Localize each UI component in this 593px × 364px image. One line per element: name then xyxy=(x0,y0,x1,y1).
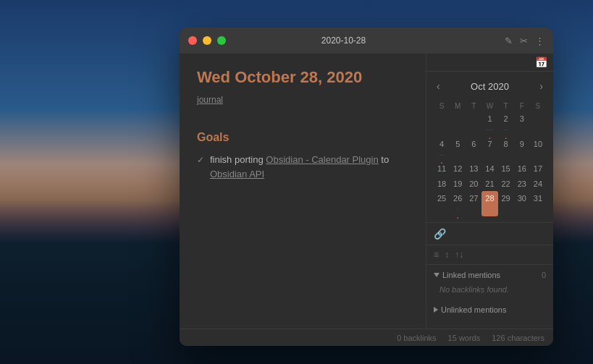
linked-mentions-header[interactable]: Linked mentions 0 xyxy=(434,271,546,279)
day-header-m: M xyxy=(450,101,466,111)
cal-day-21[interactable]: 21 xyxy=(481,177,497,191)
expand-icon xyxy=(434,307,438,313)
calendar-week-3: 11 12 13 14 15 16 17 xyxy=(434,161,546,176)
backlinks-count: 0 xyxy=(542,271,546,279)
calendar-grid: S M T W T F S 1···· 2·· xyxy=(434,101,546,216)
cal-day-7[interactable]: 7 xyxy=(481,137,497,162)
cal-day-6[interactable]: 6 xyxy=(466,137,481,162)
cal-day-24[interactable]: 24 xyxy=(530,177,546,191)
cal-day-28-today[interactable]: 28 xyxy=(481,191,497,216)
right-top-bar: 📅 xyxy=(426,54,553,72)
cal-day-18[interactable]: 18 xyxy=(434,177,450,191)
cal-day-8[interactable]: 8 xyxy=(498,137,514,162)
cal-day-26[interactable]: 26· xyxy=(450,191,466,216)
link-icon[interactable]: 🔗 xyxy=(434,228,446,240)
cal-day-27[interactable]: 27 xyxy=(466,191,481,216)
task-text: finish porting Obsidian - Calendar Plugi… xyxy=(210,153,408,181)
calendar-week-5: 25 26· 27 28 29 30 31 xyxy=(434,191,546,216)
unlinked-mentions-section: Unlinked mentions xyxy=(426,302,553,320)
no-backlinks-message: No backlinks found. xyxy=(434,282,546,297)
backlinks-status: 0 backlinks xyxy=(397,334,436,342)
cal-day-3[interactable]: 3 xyxy=(514,111,530,137)
cal-day-1[interactable]: 1···· xyxy=(481,111,497,137)
day-header-s: S xyxy=(434,101,450,111)
words-status: 15 words xyxy=(448,334,481,342)
cal-day-12[interactable]: 12 xyxy=(450,161,466,176)
status-bar: 0 backlinks 15 words 126 characters xyxy=(180,329,553,346)
filter-icon[interactable]: ↑↓ xyxy=(455,250,463,260)
cal-day-10[interactable]: 10 xyxy=(530,137,546,162)
prev-month-button[interactable]: ‹ xyxy=(434,79,443,93)
linked-mentions-title: Linked mentions xyxy=(434,271,500,279)
day-header-t2: T xyxy=(498,101,514,111)
editor-panel: Wed October 28, 2020 journal Goals ✓ fin… xyxy=(180,54,426,329)
calendar-header: ‹ Oct 2020 › xyxy=(434,77,546,95)
calendar-week-1: 1···· 2·· 3 xyxy=(434,111,546,137)
cal-day-4[interactable]: 4··· xyxy=(434,137,450,162)
cal-day-29[interactable]: 29 xyxy=(498,191,514,216)
journal-tag[interactable]: journal xyxy=(197,95,223,105)
panel-icons: ≡ ↕ ↑↓ xyxy=(426,245,553,265)
edit-icon[interactable]: ✎ xyxy=(505,35,513,46)
day-header-f: F xyxy=(514,101,530,111)
day-header-s2: S xyxy=(530,101,546,111)
calendar-week-2: 4··· 5 6 7 8 9 10 xyxy=(434,137,546,162)
next-month-button[interactable]: › xyxy=(537,79,546,93)
right-panel: 📅 ‹ Oct 2020 › S M T W T F xyxy=(426,54,553,329)
characters-status: 126 characters xyxy=(492,334,544,342)
more-icon[interactable]: ⋮ xyxy=(535,35,544,46)
linked-mentions-section: Linked mentions 0 No backlinks found. xyxy=(426,265,553,302)
cal-day-empty3 xyxy=(466,111,481,137)
cal-day-19[interactable]: 19 xyxy=(450,177,466,191)
day-header-w: W xyxy=(481,101,497,111)
titlebar-actions: ✎ ✂ ⋮ xyxy=(505,35,544,46)
cal-day-5[interactable]: 5 xyxy=(450,137,466,162)
window-title: 2020-10-28 xyxy=(188,35,499,46)
cal-day-25[interactable]: 25 xyxy=(434,191,450,216)
cal-day-11[interactable]: 11 xyxy=(434,161,450,176)
cal-day-empty xyxy=(434,111,450,137)
goals-heading: Goals xyxy=(197,131,408,144)
calendar-month-label: Oct 2020 xyxy=(471,81,509,92)
titlebar: 2020-10-28 ✎ ✂ ⋮ xyxy=(180,27,553,54)
unlinked-mentions-title: Unlinked mentions xyxy=(434,305,546,314)
calendar-week-4: 18 19 20 21 22 23 24 xyxy=(434,177,546,191)
cal-day-31[interactable]: 31 xyxy=(530,191,546,216)
sort-icon[interactable]: ↕ xyxy=(445,250,449,260)
cal-day-30[interactable]: 30 xyxy=(514,191,530,216)
task-checkbox[interactable]: ✓ xyxy=(197,153,204,166)
scissors-icon[interactable]: ✂ xyxy=(520,35,528,46)
chain-icon-row: 🔗 xyxy=(426,223,553,245)
obsidian-api-link[interactable]: Obsidian API xyxy=(210,169,264,179)
cal-day-9[interactable]: 9 xyxy=(514,137,530,162)
task-item: ✓ finish porting Obsidian - Calendar Plu… xyxy=(197,153,408,181)
list-icon[interactable]: ≡ xyxy=(434,250,439,260)
obsidian-calendar-link[interactable]: Obsidian - Calendar Plugin xyxy=(266,154,378,165)
cal-day-17[interactable]: 17 xyxy=(530,161,546,176)
cal-day-2[interactable]: 2·· xyxy=(498,111,514,137)
calendar-day-headers: S M T W T F S xyxy=(434,101,546,111)
cal-day-13[interactable]: 13 xyxy=(466,161,481,176)
calendar-section: ‹ Oct 2020 › S M T W T F S xyxy=(426,72,553,223)
cal-day-empty2 xyxy=(450,111,466,137)
day-header-t1: T xyxy=(466,101,481,111)
calendar-icon[interactable]: 📅 xyxy=(535,56,547,68)
cal-day-22[interactable]: 22 xyxy=(498,177,514,191)
note-title: Wed October 28, 2020 xyxy=(197,68,408,87)
cal-day-14[interactable]: 14 xyxy=(481,161,497,176)
cal-day-15[interactable]: 15 xyxy=(498,161,514,176)
cal-day-16[interactable]: 16 xyxy=(514,161,530,176)
unlinked-mentions-header[interactable]: Unlinked mentions xyxy=(434,305,546,314)
content-area: Wed October 28, 2020 journal Goals ✓ fin… xyxy=(180,54,553,329)
collapse-icon xyxy=(434,273,440,277)
cal-day-20[interactable]: 20 xyxy=(466,177,481,191)
cal-day-23[interactable]: 23 xyxy=(514,177,530,191)
main-window: 2020-10-28 ✎ ✂ ⋮ Wed October 28, 2020 jo… xyxy=(180,27,553,346)
